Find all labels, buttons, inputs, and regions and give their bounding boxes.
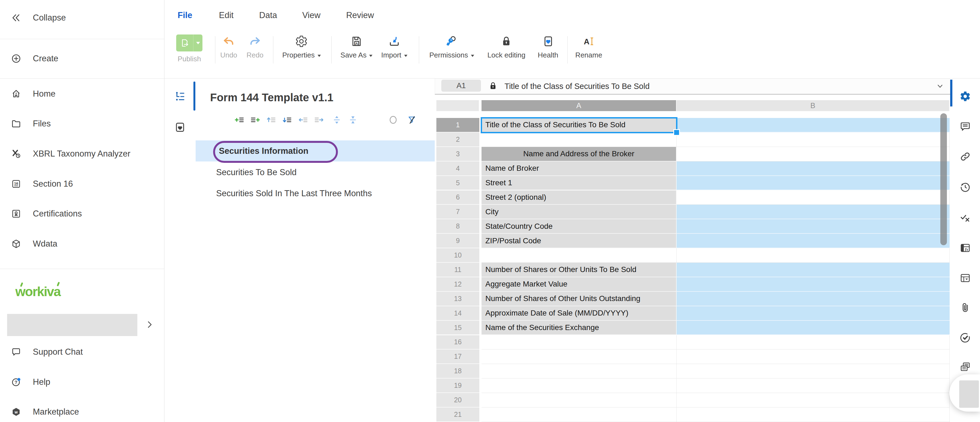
- attachments-button[interactable]: [959, 302, 971, 313]
- document-health-icon[interactable]: [174, 121, 186, 133]
- collapse-rows-button[interactable]: [348, 115, 358, 125]
- cell-B9[interactable]: [676, 234, 950, 248]
- cell-B16[interactable]: [676, 335, 950, 350]
- cell-A1[interactable]: Title of the Class of Securities To Be S…: [482, 118, 676, 132]
- cell-A7[interactable]: City: [482, 205, 676, 219]
- formula-input[interactable]: Title of the Class of Securities To Be S…: [504, 82, 649, 91]
- health-button[interactable]: Health: [538, 35, 558, 59]
- menu-item-view[interactable]: View: [302, 10, 321, 20]
- cell-B18[interactable]: [676, 364, 950, 379]
- sidebar-item-support-chat[interactable]: Support Chat: [0, 341, 164, 363]
- user-account-area[interactable]: [7, 314, 137, 336]
- cell-B6[interactable]: [676, 191, 950, 205]
- row-header-1[interactable]: 1: [436, 118, 479, 132]
- select-all-corner[interactable]: [436, 100, 479, 111]
- row-header-12[interactable]: 12: [436, 277, 479, 292]
- row-header-10[interactable]: 10: [436, 248, 479, 263]
- cell-A19[interactable]: [482, 379, 676, 393]
- sidebar-item-home[interactable]: Home: [0, 83, 164, 105]
- history-button[interactable]: [959, 182, 971, 193]
- properties-button[interactable]: Properties: [282, 35, 321, 59]
- cell-B13[interactable]: [676, 292, 950, 306]
- row-header-21[interactable]: 21: [436, 408, 479, 422]
- sidebar-item-section-16[interactable]: 16Section 16: [0, 173, 164, 194]
- rename-button[interactable]: A Rename: [575, 35, 602, 59]
- cell-A21[interactable]: [482, 408, 676, 422]
- cell-B11[interactable]: [676, 263, 950, 277]
- tasks-button[interactable]: [959, 332, 971, 344]
- redo-button[interactable]: Redo: [247, 35, 264, 59]
- row-header-9[interactable]: 9: [436, 234, 479, 248]
- record-circle-button[interactable]: [388, 115, 398, 125]
- cell-B15[interactable]: [676, 321, 950, 335]
- cell-B7[interactable]: [676, 205, 950, 219]
- templates-button[interactable]: [959, 361, 971, 373]
- menu-item-data[interactable]: Data: [259, 10, 277, 20]
- cell-B21[interactable]: [676, 408, 950, 422]
- cell-reference-box[interactable]: A1: [441, 80, 481, 92]
- row-header-5[interactable]: 5: [436, 176, 479, 191]
- cell-B3[interactable]: [676, 147, 950, 161]
- cell-B5[interactable]: [676, 176, 950, 191]
- cell-A9[interactable]: ZIP/Postal Code: [482, 234, 676, 248]
- cell-A3[interactable]: Name and Address of the Broker: [482, 147, 676, 161]
- outdent-button[interactable]: [298, 115, 308, 125]
- cell-A8[interactable]: State/Country Code: [482, 219, 676, 234]
- cell-A6[interactable]: Street 2 (optional): [482, 191, 676, 205]
- menu-item-file[interactable]: File: [178, 10, 192, 20]
- sidebar-item-certifications[interactable]: Certifications: [0, 203, 164, 225]
- row-header-16[interactable]: 16: [436, 335, 479, 350]
- permissions-button[interactable]: Permissions: [429, 35, 474, 59]
- row-header-2[interactable]: 2: [436, 132, 479, 147]
- row-header-11[interactable]: 11: [436, 263, 479, 277]
- expand-rows-button[interactable]: [332, 115, 342, 125]
- undo-button[interactable]: Undo: [220, 35, 237, 59]
- cell-A15[interactable]: Name of the Securities Exchange: [482, 321, 676, 335]
- links-button[interactable]: [959, 151, 971, 162]
- data-validation-button[interactable]: [959, 272, 971, 284]
- accept-reject-button[interactable]: [959, 212, 971, 223]
- selection-fill-handle[interactable]: [673, 129, 680, 136]
- formulas-button[interactable]: fx: [959, 242, 971, 254]
- cell-A14[interactable]: Approximate Date of Sale (MM/DD/YYYY): [482, 306, 676, 321]
- row-header-15[interactable]: 15: [436, 321, 479, 335]
- cell-A16[interactable]: [482, 335, 676, 350]
- sidebar-create-button[interactable]: Create: [0, 48, 164, 69]
- cell-B12[interactable]: [676, 277, 950, 292]
- cell-A20[interactable]: [482, 393, 676, 408]
- row-header-19[interactable]: 19: [436, 379, 479, 393]
- row-header-8[interactable]: 8: [436, 219, 479, 234]
- sidebar-item-marketplace[interactable]: wMarketplace: [0, 401, 164, 422]
- lock-editing-button[interactable]: Lock editing: [488, 35, 525, 59]
- row-header-14[interactable]: 14: [436, 306, 479, 321]
- row-header-13[interactable]: 13: [436, 292, 479, 306]
- comments-button[interactable]: [959, 121, 971, 132]
- column-header-B[interactable]: B: [676, 100, 950, 111]
- floating-widget[interactable]: [949, 374, 980, 412]
- publish-dropdown[interactable]: [193, 42, 202, 45]
- menu-item-review[interactable]: Review: [346, 10, 374, 20]
- outline-item-securities-to-be-sold[interactable]: Securities To Be Sold: [196, 162, 435, 183]
- vertical-scrollbar[interactable]: [940, 113, 947, 245]
- cell-B17[interactable]: [676, 349, 950, 364]
- spreadsheet-settings-button[interactable]: [959, 91, 971, 102]
- indent-button[interactable]: [314, 115, 324, 125]
- cell-A18[interactable]: [482, 364, 676, 379]
- row-header-20[interactable]: 20: [436, 393, 479, 408]
- row-header-18[interactable]: 18: [436, 364, 479, 379]
- cell-A10[interactable]: [482, 248, 676, 263]
- cell-B14[interactable]: [676, 306, 950, 321]
- row-header-6[interactable]: 6: [436, 191, 479, 205]
- cell-B10[interactable]: [676, 248, 950, 263]
- column-header-A[interactable]: A: [482, 100, 676, 111]
- cell-A17[interactable]: [482, 349, 676, 364]
- sidebar-item-help[interactable]: ?Help: [0, 371, 164, 393]
- cell-A4[interactable]: Name of Broker: [482, 161, 676, 176]
- sidebar-item-xbrl-taxonomy-analyzer[interactable]: XBRL Taxonomy Analyzer: [0, 143, 164, 164]
- import-button[interactable]: Import: [381, 35, 407, 59]
- sidebar-item-files[interactable]: Files: [0, 113, 164, 134]
- outline-item-securities-sold-in-the-last-three-months[interactable]: Securities Sold In The Last Three Months: [196, 183, 435, 204]
- cell-B8[interactable]: [676, 219, 950, 234]
- cell-B2[interactable]: [676, 132, 950, 147]
- insert-above-button[interactable]: [234, 115, 244, 125]
